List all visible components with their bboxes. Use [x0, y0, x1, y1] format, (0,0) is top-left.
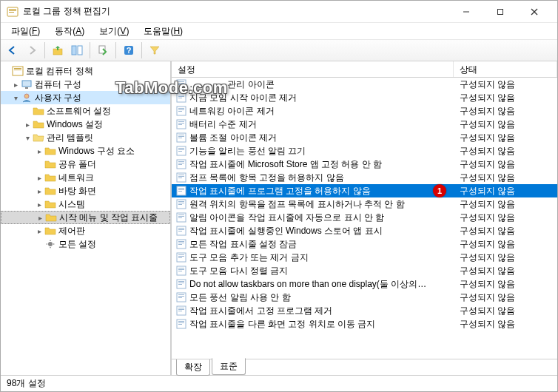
setting-icon [176, 146, 186, 156]
setting-icon [176, 199, 186, 209]
expander-icon[interactable]: ▸ [35, 174, 44, 182]
show-hide-tree-button[interactable] [68, 41, 86, 59]
cell-state: 구성되지 않음 [454, 185, 557, 197]
svg-rect-10 [78, 46, 82, 55]
tree-item[interactable]: ▸ Windows 구성 요소 [1, 144, 170, 158]
list-item[interactable]: 알림 아이콘을 작업 표시줄에 자동으로 표시 안 함 구성되지 않음 [172, 211, 557, 224]
toolbar-separator [115, 42, 116, 58]
tree-selected-startmenu[interactable]: ▸ 시작 메뉴 및 작업 표시줄 [1, 211, 170, 224]
menu-help[interactable]: 도움말(H) [138, 24, 189, 39]
expander-icon[interactable]: ▸ [35, 147, 44, 155]
list-item[interactable]: 점프 목록에 항목 고정을 허용하지 않음 구성되지 않음 [172, 171, 557, 184]
expander-icon[interactable]: ▸ [35, 200, 44, 209]
tree-item[interactable]: ▸ 공유 폴더 [1, 158, 170, 171]
computer-icon [21, 79, 33, 89]
list-item[interactable]: 모든 풍선 알림 사용 안 함 구성되지 않음 [172, 291, 557, 304]
menu-file[interactable]: 파일(F) [5, 24, 46, 39]
cell-state: 구성되지 않음 [454, 225, 557, 237]
tree-item[interactable]: ▸ 바탕 화면 [1, 184, 170, 197]
tab-extended[interactable]: 확장 [176, 359, 210, 376]
list-item[interactable]: Do not allow taskbars on more than one d… [172, 277, 557, 291]
tree-label: 네트워크 [58, 172, 94, 184]
tree-pane[interactable]: ▸ 로컬 컴퓨터 정책 ▸ 컴퓨터 구성 [1, 61, 171, 375]
maximize-button[interactable] [483, 1, 517, 22]
up-button[interactable] [49, 41, 67, 59]
svg-rect-40 [178, 138, 182, 138]
list-body[interactable]: ………… 관리 아이콘 구성되지 않음 지금 모임 시작 아이콘 제거 구성되지… [172, 78, 557, 359]
cell-setting: 지금 모임 시작 아이콘 제거 [172, 92, 454, 104]
expander-icon[interactable]: ▸ [36, 214, 44, 222]
folder-icon [33, 106, 44, 116]
window-controls [449, 1, 551, 22]
list-item[interactable]: 도구 모음 추가 또는 제거 금지 구성되지 않음 [172, 251, 557, 264]
cell-state: 구성되지 않음 [454, 265, 557, 277]
svg-rect-28 [178, 98, 182, 98]
expander-icon[interactable]: ▸ [35, 187, 44, 195]
setting-icon [176, 119, 186, 129]
expander-icon[interactable]: ▸ [35, 227, 44, 235]
forward-button[interactable] [23, 41, 41, 59]
list-item[interactable]: 도구 모음 다시 정렬 금지 구성되지 않음 [172, 264, 557, 277]
cell-setting: 네트워킹 아이콘 제거 [172, 105, 454, 118]
back-button[interactable] [4, 41, 21, 59]
svg-rect-48 [178, 164, 182, 165]
svg-rect-38 [178, 135, 184, 135]
tree-item[interactable]: ▸ Windows 설정 [1, 118, 170, 131]
setting-text: 배터리 수준 제거 [189, 118, 257, 131]
svg-rect-60 [178, 204, 182, 205]
tree-item[interactable]: ▸ 네트워크 [1, 171, 170, 184]
tree-item[interactable]: ▸ 모든 설정 [1, 237, 170, 251]
expander-icon[interactable]: ▸ [23, 121, 32, 129]
list-item[interactable]: 작업 표시줄에서 고정 프로그램 제거 구성되지 않음 [172, 304, 557, 317]
cell-state: 구성되지 않음 [454, 132, 557, 144]
list-item[interactable]: 지금 모임 시작 아이콘 제거 구성되지 않음 [172, 91, 557, 104]
list-item[interactable]: ………… 관리 아이콘 구성되지 않음 [172, 78, 557, 91]
column-header-state[interactable]: 상태 [454, 61, 557, 77]
tree-item[interactable]: ▸ 제어판 [1, 224, 170, 237]
tree-computer-config[interactable]: ▸ 컴퓨터 구성 [1, 78, 170, 91]
setting-icon [176, 266, 186, 276]
cell-setting: 볼륨 조절 아이콘 제거 [172, 132, 454, 144]
tree-admin-templates[interactable]: ▾ 관리 템플릿 [1, 131, 170, 144]
svg-rect-39 [178, 136, 184, 137]
menubar: 파일(F) 동작(A) 보기(V) 도움말(H) [1, 23, 557, 39]
minimize-button[interactable] [449, 1, 483, 22]
list-item[interactable]: 작업 표시줄에 Microsoft Store 앱 고정 허용 안 함 구성되지… [172, 158, 557, 171]
expander-icon[interactable]: ▸ [11, 81, 20, 89]
list-item[interactable]: 작업 표시줄에 프로그램 고정을 허용하지 않음 구성되지 않음 1 [172, 184, 557, 197]
filter-button[interactable] [146, 41, 164, 59]
app-icon [7, 6, 19, 18]
list-item[interactable]: 모든 작업 표시줄 설정 잠금 구성되지 않음 [172, 237, 557, 251]
menu-view[interactable]: 보기(V) [93, 24, 135, 39]
setting-text: 원격 위치의 항목을 점프 목록에 표시하거나 추적 안 함 [189, 198, 405, 211]
list-item[interactable]: 작업 표시줄에 실행중인 Windows 스토어 앱 표시 구성되지 않음 [172, 224, 557, 237]
tab-standard[interactable]: 표준 [212, 358, 246, 375]
list-item[interactable]: 기능을 알리는 풍선 알림 끄기 구성되지 않음 [172, 144, 557, 158]
list-item[interactable]: 볼륨 조절 아이콘 제거 구성되지 않음 [172, 131, 557, 144]
tree-root[interactable]: ▸ 로컬 컴퓨터 정책 [1, 64, 170, 78]
tree-item[interactable]: ▸ 소프트웨어 설정 [1, 104, 170, 118]
expander-icon[interactable]: ▾ [11, 94, 20, 102]
close-button[interactable] [517, 1, 551, 22]
export-button[interactable] [94, 41, 112, 59]
cell-state: 구성되지 않음 [454, 212, 557, 224]
list-item[interactable]: 배터리 수준 제거 구성되지 않음 [172, 118, 557, 131]
expander-icon[interactable]: ▾ [23, 134, 32, 142]
setting-icon [176, 226, 186, 236]
titlebar: 로컬 그룹 정책 편집기 [1, 1, 557, 23]
help-button[interactable]: ? [120, 41, 138, 59]
setting-icon [176, 92, 186, 103]
list-item[interactable]: 원격 위치의 항목을 점프 목록에 표시하거나 추적 안 함 구성되지 않음 [172, 197, 557, 211]
list-item[interactable]: 작업 표시줄을 다른 화면 고정 위치로 이동 금지 구성되지 않음 [172, 317, 557, 331]
svg-rect-23 [178, 83, 184, 84]
list-item[interactable]: 네트워킹 아이콘 제거 구성되지 않음 [172, 104, 557, 118]
cell-state: 구성되지 않음 [454, 305, 557, 317]
menu-action[interactable]: 동작(A) [49, 24, 90, 39]
column-header-setting[interactable]: 설정 [172, 61, 454, 77]
cell-setting: ………… 관리 아이콘 [172, 78, 454, 91]
svg-rect-91 [178, 309, 184, 310]
toolbar-separator [44, 42, 45, 58]
tree-user-config[interactable]: ▾ 사용자 구성 [1, 91, 170, 104]
tree-item[interactable]: ▸ 시스템 [1, 197, 170, 211]
cell-state: 구성되지 않음 [454, 145, 557, 158]
